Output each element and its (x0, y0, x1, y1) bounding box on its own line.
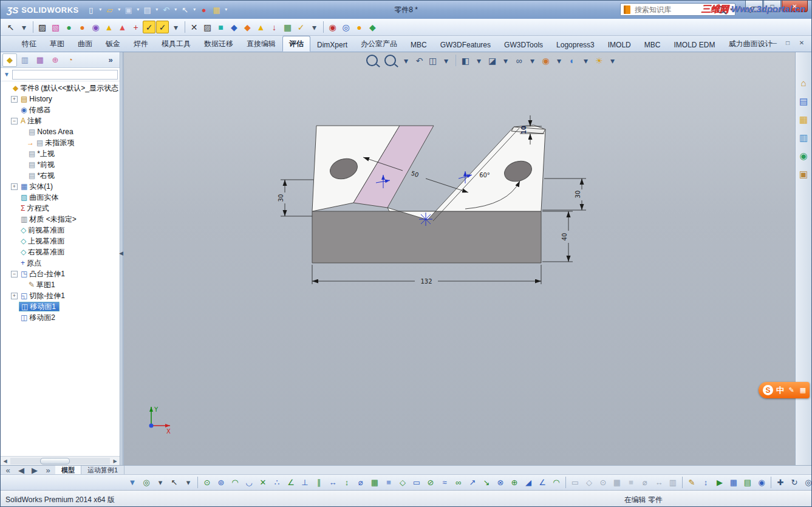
tree-item-0[interactable]: ◆零件8 (默认<<默认>_显示状态 (1, 83, 120, 94)
dim-arc-icon[interactable]: ◠ (550, 477, 563, 489)
snap-shape-icon[interactable]: ◇ (396, 477, 409, 489)
ribbon-tab-gw3dfeatures[interactable]: GW3DFeatures (434, 38, 497, 52)
relation-tool-icon[interactable]: ▥ (666, 477, 680, 489)
ribbon-tab-mbc[interactable]: MBC (404, 38, 434, 52)
zoom-icon[interactable]: ◎ (802, 477, 811, 489)
displaymanager-tab-icon[interactable]: ◔ (63, 53, 78, 67)
display-dropdown-icon[interactable]: ▾ (500, 55, 511, 66)
snap-quadrant-icon[interactable]: ◡ (242, 477, 256, 489)
select-dropdown-icon[interactable]: ▾ (18, 21, 30, 33)
sensor-warning-icon[interactable]: ▲ (254, 21, 267, 33)
ribbon-tab-mbc-2[interactable]: MBC (638, 38, 667, 52)
bottom-tab-motion-study-1[interactable]: 运动算例1 (81, 466, 125, 474)
tree-item-15[interactable]: ◇右视基准面 (1, 247, 120, 257)
filter-magnify-icon[interactable]: ◎ (140, 477, 153, 489)
check-dropdown-icon[interactable]: ▾ (169, 21, 182, 33)
view-palette-icon[interactable]: ▥ (797, 131, 810, 143)
tree-item-17[interactable]: −◳凸台-拉伸1 (1, 268, 120, 279)
warning-flag-icon[interactable]: ▲ (103, 21, 115, 33)
add-symbol-icon[interactable]: + (129, 21, 142, 33)
snap-grid-icon[interactable]: ▦ (368, 477, 381, 489)
select-tool-icon[interactable]: ↖ (168, 477, 181, 489)
relation-tool-icon[interactable]: ◇ (582, 477, 596, 489)
measure-icon[interactable]: ◆ (228, 21, 241, 33)
rotate-icon[interactable]: ↻ (788, 477, 801, 489)
quick-dim-icon[interactable]: ↕ (699, 477, 712, 489)
new-dropdown-icon[interactable]: ▾ (98, 4, 103, 16)
select-tool-icon[interactable]: ↖ (4, 21, 17, 33)
snap-perpendicular-icon[interactable]: ⊥ (298, 477, 312, 489)
note-icon[interactable]: ▤ (741, 477, 754, 489)
snap-rect-icon[interactable]: ▭ (410, 477, 423, 489)
hideshow-dropdown-icon[interactable]: ▾ (527, 55, 538, 66)
scroll-right-icon[interactable]: ▶ (111, 458, 120, 464)
tree-item-16[interactable]: +原点 (1, 257, 120, 268)
deviation-icon[interactable]: ✕ (188, 21, 200, 33)
part-model[interactable] (312, 125, 545, 263)
open-icon[interactable]: ▱ (104, 4, 116, 16)
tree-expander-icon[interactable]: + (11, 96, 18, 103)
relation-tool-icon[interactable]: ⌀ (638, 477, 652, 489)
doc-close-button[interactable]: ✕ (797, 38, 807, 48)
mass-props-icon[interactable]: ◆ (241, 21, 254, 33)
zoom-fit-icon[interactable] (366, 55, 378, 66)
flow-icon[interactable]: ◎ (339, 21, 352, 33)
draft-analysis-icon[interactable]: ▧ (49, 21, 62, 33)
import-diag-icon[interactable]: ↓ (268, 21, 281, 33)
options-icon[interactable]: ▦ (211, 4, 223, 16)
section-view-icon[interactable]: ◫ (427, 55, 438, 66)
ime-pen-icon[interactable]: ✎ (787, 384, 796, 396)
ribbon-tab-features[interactable]: 特征 (15, 36, 43, 52)
ribbon-tab-surfaces[interactable]: 曲面 (71, 36, 99, 52)
snap-spline-icon[interactable]: ≈ (438, 477, 451, 489)
check-sketch-icon[interactable]: ✓ (156, 21, 169, 33)
ribbon-tab-weldments[interactable]: 焊件 (127, 36, 155, 52)
tree-item-5[interactable]: →▤未指派项 (1, 137, 120, 148)
featuremanager-tab-icon[interactable]: ◆ (2, 53, 17, 67)
select-cursor-icon[interactable]: ↖ (179, 4, 191, 16)
thickness-icon[interactable]: ■ (214, 21, 227, 33)
sphere-check-icon[interactable]: ◉ (89, 21, 102, 33)
balloon-icon[interactable]: ◉ (755, 477, 768, 489)
snap-center-icon[interactable]: ⊚ (214, 477, 228, 489)
sustainability-icon[interactable]: ◆ (366, 21, 379, 33)
orientation-dropdown-icon[interactable]: ▾ (473, 55, 485, 66)
tree-item-2[interactable]: ◉传感器 (1, 104, 120, 115)
verify-dropdown-icon[interactable]: ▾ (308, 21, 321, 33)
ime-toolbar[interactable]: S 中 ✎ ▦ (759, 382, 810, 398)
tree-expander-icon[interactable]: − (11, 118, 18, 124)
annotation-pencil-icon[interactable]: ✎ (685, 477, 698, 489)
file-explorer-icon[interactable]: ▦ (797, 113, 810, 125)
undo-icon[interactable]: ↶ (160, 4, 172, 16)
ribbon-tab-sketch[interactable]: 草图 (43, 36, 71, 52)
snap-nearest-icon[interactable]: ∴ (270, 477, 284, 489)
pan-icon[interactable]: ✚ (774, 477, 787, 489)
snap-vertical-icon[interactable]: ↕ (340, 477, 353, 489)
snap-horizontal-icon[interactable]: ↔ (326, 477, 339, 489)
zebra-stripes-icon[interactable]: ▨ (36, 21, 49, 33)
save-icon[interactable]: ▣ (123, 4, 135, 16)
zoom-dropdown-icon[interactable]: ▾ (400, 55, 412, 66)
ribbon-tab-evaluate[interactable]: 评估 (282, 36, 310, 52)
view-orientation-icon[interactable]: ◧ (460, 55, 471, 66)
relation-tool-icon[interactable]: ≡ (624, 477, 638, 489)
scrollbar-thumb[interactable] (40, 458, 70, 464)
doc-minimize-button[interactable]: — (769, 38, 779, 48)
ime-keyboard-icon[interactable]: ▦ (799, 384, 807, 396)
custom-properties-icon[interactable]: ▣ (797, 168, 810, 180)
snap-angle-icon[interactable]: ∠ (284, 477, 298, 489)
hide-show-items-icon[interactable]: ∞ (513, 55, 525, 66)
dim-angle-icon[interactable]: ∠ (536, 477, 549, 489)
appearances-scenes-icon[interactable]: ◉ (797, 149, 810, 162)
propertymanager-tab-icon[interactable]: ▥ (18, 53, 32, 67)
error-flag-icon[interactable]: ▲ (116, 21, 129, 33)
scroll-left-icon[interactable]: ◀ (1, 458, 10, 464)
selection-filter-icon[interactable]: ▼ (126, 477, 139, 489)
print-icon[interactable]: ▤ (142, 4, 154, 16)
previous-view-icon[interactable]: ↶ (414, 55, 425, 66)
apply-scene-icon[interactable]: ◐ (567, 55, 578, 66)
edit-appearance-icon[interactable]: ◉ (540, 55, 551, 66)
view-settings-icon[interactable]: ☀ (593, 55, 605, 66)
zoom-area-icon[interactable] (384, 55, 396, 66)
snap-diameter-icon[interactable]: ⌀ (354, 477, 367, 489)
